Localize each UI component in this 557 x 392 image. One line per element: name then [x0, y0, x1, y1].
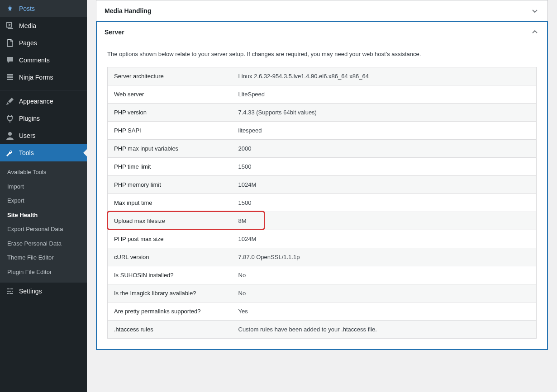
row-value: 1500	[232, 157, 537, 175]
table-row: Upload max filesize8M	[108, 212, 537, 230]
menu-item-label: Media	[19, 22, 36, 29]
chevron-up-icon	[530, 28, 539, 37]
admin-sidebar: PostsMediaPagesCommentsNinja Forms Appea…	[0, 0, 87, 392]
panel-server: Server The options shown below relate to…	[96, 21, 548, 350]
row-value: 1024M	[232, 230, 537, 248]
row-key: PHP version	[108, 103, 232, 121]
row-value: No	[232, 284, 537, 302]
menu-item-settings[interactable]: Settings	[0, 283, 87, 300]
row-value: 1500	[232, 194, 537, 212]
table-row: Server architectureLinux 2.6.32-954.3.5.…	[108, 67, 537, 85]
panel-server-description: The options shown below relate to your s…	[107, 50, 537, 59]
table-row: Is SUHOSIN installed?No	[108, 266, 537, 284]
menu-separator	[0, 88, 87, 90]
row-key: Server architecture	[108, 67, 232, 85]
row-value: 2000	[232, 139, 537, 157]
row-key: PHP SAPI	[108, 121, 232, 139]
submenu-item-import[interactable]: Import	[0, 179, 87, 194]
table-row: Web serverLiteSpeed	[108, 85, 537, 103]
menu-item-posts[interactable]: Posts	[0, 0, 87, 17]
table-row: PHP version7.4.33 (Supports 64bit values…	[108, 103, 537, 121]
submenu-item-theme-file-editor[interactable]: Theme File Editor	[0, 250, 87, 265]
menu-item-users[interactable]: Users	[0, 127, 87, 144]
row-key: Is the Imagick library available?	[108, 284, 232, 302]
user-icon	[5, 131, 14, 140]
menu-item-ninja-forms[interactable]: Ninja Forms	[0, 69, 87, 86]
row-key: Max input time	[108, 194, 232, 212]
row-value: Yes	[232, 302, 537, 320]
row-key: Is SUHOSIN installed?	[108, 266, 232, 284]
form-icon	[5, 73, 14, 82]
row-key: Upload max filesize	[108, 212, 232, 230]
media-icon	[5, 21, 14, 30]
panel-media-handling-toggle[interactable]: Media Handling	[96, 0, 547, 21]
row-value: 8M	[232, 212, 537, 230]
submenu-item-plugin-file-editor[interactable]: Plugin File Editor	[0, 265, 87, 279]
row-key: .htaccess rules	[108, 320, 232, 338]
table-row: cURL version7.87.0 OpenSSL/1.1.1p	[108, 248, 537, 266]
menu-item-label: Ninja Forms	[19, 74, 53, 81]
panel-media-handling: Media Handling	[96, 0, 548, 22]
submenu-item-erase-personal-data[interactable]: Erase Personal Data	[0, 236, 87, 251]
pin-icon	[5, 4, 14, 13]
menu-item-label: Appearance	[19, 98, 53, 105]
panel-server-toggle[interactable]: Server	[96, 22, 547, 43]
menu-item-pages[interactable]: Pages	[0, 34, 87, 52]
row-key: PHP post max size	[108, 230, 232, 248]
page-icon	[5, 38, 14, 47]
content-area: Media Handling Server The options shown …	[87, 0, 557, 392]
table-row: Max input time1500	[108, 194, 537, 212]
menu-item-appearance[interactable]: Appearance	[0, 93, 87, 110]
table-row: PHP max input variables2000	[108, 139, 537, 157]
row-value: 1024M	[232, 175, 537, 194]
table-row: PHP post max size1024M	[108, 230, 537, 248]
row-key: PHP max input variables	[108, 139, 232, 157]
menu-item-label: Comments	[19, 57, 50, 64]
menu-item-label: Settings	[19, 288, 42, 295]
row-value: 7.87.0 OpenSSL/1.1.1p	[232, 248, 537, 266]
menu-item-label: Tools	[19, 149, 34, 156]
row-key: PHP time limit	[108, 157, 232, 175]
tools-submenu: Available ToolsImportExportSite HealthEx…	[0, 161, 87, 283]
row-value: litespeed	[232, 121, 537, 139]
menu-item-label: Plugins	[19, 115, 40, 122]
row-key: PHP memory limit	[108, 175, 232, 194]
table-row: .htaccess rulesCustom rules have been ad…	[108, 320, 537, 338]
submenu-item-site-health[interactable]: Site Health	[0, 208, 87, 222]
panel-title: Server	[105, 28, 124, 36]
table-row: Is the Imagick library available?No	[108, 284, 537, 302]
menu-item-label: Posts	[19, 5, 35, 12]
sliders-icon	[5, 287, 14, 296]
wrench-icon	[5, 148, 14, 157]
submenu-item-available-tools[interactable]: Available Tools	[0, 165, 87, 179]
menu-item-label: Pages	[19, 39, 37, 47]
row-value: 7.4.33 (Supports 64bit values)	[232, 103, 537, 121]
row-value: LiteSpeed	[232, 85, 537, 103]
row-value: Linux 2.6.32-954.3.5.lve1.4.90.el6.x86_6…	[232, 67, 537, 85]
menu-item-media[interactable]: Media	[0, 17, 87, 34]
table-row: PHP SAPIlitespeed	[108, 121, 537, 139]
panel-server-body: The options shown below relate to your s…	[96, 43, 547, 349]
menu-item-comments[interactable]: Comments	[0, 52, 87, 69]
svg-point-0	[8, 132, 12, 136]
submenu-item-export-personal-data[interactable]: Export Personal Data	[0, 222, 87, 236]
row-value: Custom rules have been added to your .ht…	[232, 320, 537, 338]
row-key: Are pretty permalinks supported?	[108, 302, 232, 320]
panel-title: Media Handling	[105, 7, 151, 14]
table-row: Are pretty permalinks supported?Yes	[108, 302, 537, 320]
plug-icon	[5, 114, 14, 123]
chevron-down-icon	[530, 6, 539, 15]
table-row: PHP memory limit1024M	[108, 175, 537, 194]
row-key: Web server	[108, 85, 232, 103]
comment-icon	[5, 56, 14, 65]
brush-icon	[5, 97, 14, 106]
submenu-item-export[interactable]: Export	[0, 194, 87, 208]
table-row: PHP time limit1500	[108, 157, 537, 175]
row-value: No	[232, 266, 537, 284]
server-info-table: Server architectureLinux 2.6.32-954.3.5.…	[107, 67, 537, 339]
menu-item-plugins[interactable]: Plugins	[0, 110, 87, 127]
row-key: cURL version	[108, 248, 232, 266]
menu-item-tools[interactable]: Tools	[0, 144, 87, 161]
menu-item-label: Users	[19, 132, 36, 139]
